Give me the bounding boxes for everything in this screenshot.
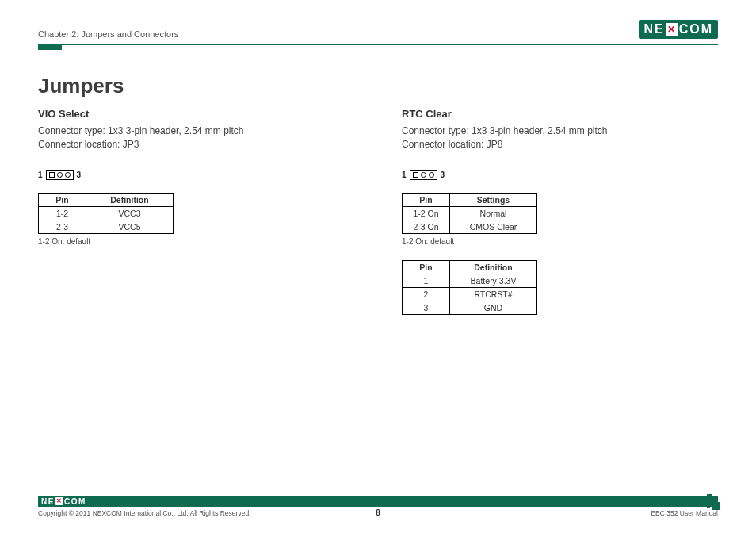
table-row: 2-3 VCC5 — [39, 220, 174, 233]
footer-squares-icon — [704, 494, 720, 510]
cell: 1 — [403, 274, 450, 287]
cell: VCC5 — [86, 220, 174, 233]
vio-connector-type: Connector type: 1x3 3-pin header, 2.54 m… — [38, 125, 354, 138]
vio-heading: VIO Select — [38, 108, 354, 120]
rtc-definition-table: Pin Definition 1 Battery 3.3V 2 RTCRST# … — [402, 260, 537, 315]
footer-logo: NE ✕ COM — [41, 497, 86, 506]
rtc-connector-type: Connector type: 1x3 3-pin header, 2.54 m… — [402, 125, 718, 138]
header-rule — [38, 44, 718, 52]
page-number: 8 — [376, 508, 380, 517]
cell: 1-2 — [39, 206, 86, 220]
cell: 1-2 On — [403, 206, 450, 220]
pin-label-1: 1 — [38, 171, 43, 179]
cell: Battery 3.3V — [450, 274, 537, 287]
pin-label-1: 1 — [402, 171, 407, 179]
page-title: Jumpers — [38, 74, 718, 98]
pin-square-icon — [49, 172, 55, 178]
table-row: 2 RTCRST# — [403, 287, 537, 301]
cell: GND — [450, 301, 537, 314]
rtc-th-pin: Pin — [403, 193, 450, 206]
pin-circle-icon — [57, 172, 63, 178]
table-row: 1-2 On Normal — [403, 206, 537, 220]
rtc-heading: RTC Clear — [402, 108, 718, 120]
table-row: 1 Battery 3.3V — [403, 274, 537, 287]
rtc-th2-def: Definition — [450, 260, 537, 274]
rtc-clear-section: RTC Clear Connector type: 1x3 3-pin head… — [402, 108, 718, 318]
pin-label-3: 3 — [77, 171, 82, 179]
vio-th-pin: Pin — [39, 193, 86, 206]
logo-text-left: NE — [41, 497, 55, 506]
rtc-pin-diagram: 1 3 — [402, 170, 445, 180]
table-row: 3 GND — [403, 301, 537, 314]
logo-x-icon: ✕ — [666, 23, 678, 36]
logo-text-right: COM — [679, 22, 713, 36]
cell: 2-3 On — [403, 220, 450, 233]
table-row: 2-3 On CMOS Clear — [403, 220, 537, 233]
cell: Normal — [450, 206, 537, 220]
vio-note: 1-2 On: default — [38, 237, 354, 246]
rtc-connector-location: Connector location: JP8 — [402, 138, 718, 151]
logo-text-left: NE — [643, 22, 664, 36]
cell: RTCRST# — [450, 287, 537, 301]
vio-connector-location: Connector location: JP3 — [38, 138, 354, 151]
pin-box-icon — [410, 170, 437, 180]
cell: CMOS Clear — [450, 220, 537, 233]
pin-box-icon — [46, 170, 74, 180]
pin-label-3: 3 — [441, 171, 445, 179]
nexcom-logo: NE ✕ COM — [639, 20, 718, 39]
chapter-label: Chapter 2: Jumpers and Connectors — [38, 29, 178, 39]
rtc-settings-table: Pin Settings 1-2 On Normal 2-3 On CMOS C… — [402, 193, 537, 234]
pin-circle-icon — [421, 172, 426, 178]
rtc-note: 1-2 On: default — [402, 237, 718, 246]
rtc-th2-pin: Pin — [403, 260, 450, 274]
manual-name: EBC 352 User Manual — [651, 509, 718, 517]
table-row: 1-2 VCC3 — [39, 206, 174, 220]
cell: VCC3 — [86, 206, 174, 220]
cell: 2 — [403, 287, 450, 301]
vio-table: Pin Definition 1-2 VCC3 2-3 VCC5 — [38, 193, 174, 234]
pin-square-icon — [413, 172, 418, 178]
cell: 3 — [403, 301, 450, 314]
vio-select-section: VIO Select Connector type: 1x3 3-pin hea… — [38, 108, 354, 318]
cell: 2-3 — [39, 220, 86, 233]
pin-circle-icon — [65, 172, 71, 178]
vio-th-def: Definition — [86, 193, 174, 206]
copyright-text: Copyright © 2011 NEXCOM International Co… — [38, 509, 250, 517]
pin-circle-icon — [429, 172, 434, 178]
rtc-th-settings: Settings — [450, 193, 537, 206]
logo-x-icon: ✕ — [55, 497, 63, 505]
vio-pin-diagram: 1 3 — [38, 170, 81, 180]
logo-text-right: COM — [64, 497, 86, 506]
